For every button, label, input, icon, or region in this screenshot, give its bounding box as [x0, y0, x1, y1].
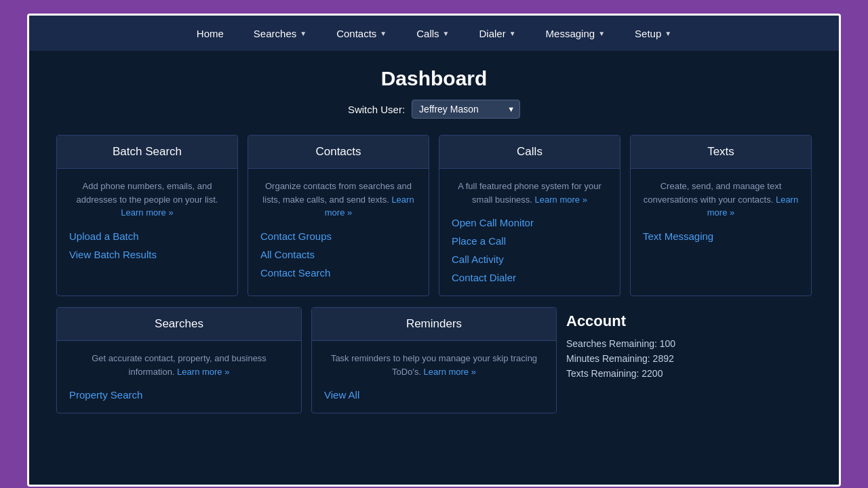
open-call-monitor-link[interactable]: Open Call Monitor — [452, 217, 608, 228]
searches-links: Property Search — [69, 389, 289, 401]
reminders-card-body: Task reminders to help you manage your s… — [312, 341, 556, 413]
batch-search-card: Batch Search Add phone numbers, emails, … — [56, 135, 238, 296]
call-activity-link[interactable]: Call Activity — [452, 253, 608, 265]
switch-user-select[interactable]: Jeffrey Mason — [412, 100, 520, 119]
searches-dropdown-arrow: ▼ — [300, 30, 307, 37]
contacts-card: Contacts Organize contacts from searches… — [248, 135, 429, 296]
reminders-learn-more[interactable]: Learn more » — [424, 367, 476, 377]
account-texts-remaining: Texts Remaining: 2200 — [566, 368, 812, 379]
reminders-card: Reminders Task reminders to help you man… — [311, 307, 557, 413]
nav-home[interactable]: Home — [182, 18, 239, 49]
contacts-card-body: Organize contacts from searches and list… — [248, 169, 429, 291]
calls-card-header: Calls — [439, 136, 620, 169]
nav-setup[interactable]: Setup ▼ — [620, 18, 686, 49]
main-content: Dashboard Switch User: Jeffrey Mason ▼ B… — [29, 51, 839, 485]
reminders-card-header: Reminders — [312, 308, 556, 341]
batch-search-links: Upload a Batch View Batch Results — [69, 230, 225, 260]
contacts-desc: Organize contacts from searches and list… — [260, 180, 416, 220]
texts-card: Texts Create, send, and manage text conv… — [630, 135, 812, 296]
calls-card: Calls A full featured phone system for y… — [439, 135, 620, 296]
contacts-links: Contact Groups All Contacts Contact Sear… — [260, 230, 416, 279]
contacts-dropdown-arrow: ▼ — [380, 30, 387, 37]
account-minutes-remaining: Minutes Remaining: 2892 — [566, 353, 812, 364]
nav-dialer[interactable]: Dialer ▼ — [465, 18, 531, 49]
all-contacts-link[interactable]: All Contacts — [260, 249, 416, 260]
navbar: Home Searches ▼ Contacts ▼ Calls ▼ Diale… — [29, 16, 839, 51]
reminders-links: View All — [324, 389, 544, 401]
app-window: Home Searches ▼ Contacts ▼ Calls ▼ Diale… — [27, 14, 841, 487]
batch-search-learn-more[interactable]: Learn more » — [121, 207, 173, 218]
searches-card: Searches Get accurate contact, property,… — [56, 307, 302, 413]
view-all-reminders-link[interactable]: View All — [324, 389, 544, 401]
switch-user-wrapper: Jeffrey Mason ▼ — [412, 100, 520, 119]
texts-desc: Create, send, and manage text conversati… — [643, 180, 799, 220]
texts-links: Text Messaging — [643, 230, 799, 242]
nav-searches[interactable]: Searches ▼ — [239, 18, 321, 49]
searches-card-body: Get accurate contact, property, and busi… — [57, 341, 301, 413]
contacts-learn-more[interactable]: Learn more » — [325, 195, 414, 218]
property-search-link[interactable]: Property Search — [69, 389, 289, 401]
account-section: Account Searches Remaining: 100 Minutes … — [566, 307, 812, 388]
nav-list: Home Searches ▼ Contacts ▼ Calls ▼ Diale… — [182, 18, 686, 49]
searches-card-header: Searches — [57, 308, 301, 341]
nav-messaging[interactable]: Messaging ▼ — [531, 18, 620, 49]
searches-learn-more[interactable]: Learn more » — [177, 367, 229, 377]
view-batch-results-link[interactable]: View Batch Results — [69, 249, 225, 260]
contact-groups-link[interactable]: Contact Groups — [260, 230, 416, 242]
messaging-dropdown-arrow: ▼ — [598, 30, 605, 37]
nav-contacts[interactable]: Contacts ▼ — [321, 18, 401, 49]
contact-dialer-link[interactable]: Contact Dialer — [452, 272, 608, 283]
upload-batch-link[interactable]: Upload a Batch — [69, 230, 225, 242]
account-title: Account — [566, 312, 812, 330]
contacts-card-header: Contacts — [248, 136, 429, 169]
texts-card-header: Texts — [631, 136, 811, 169]
calls-links: Open Call Monitor Place a Call Call Acti… — [452, 217, 608, 283]
dialer-dropdown-arrow: ▼ — [509, 30, 516, 37]
calls-dropdown-arrow: ▼ — [443, 30, 450, 37]
reminders-desc: Task reminders to help you manage your s… — [324, 352, 544, 378]
calls-learn-more[interactable]: Learn more » — [535, 195, 587, 205]
switch-user-label: Switch User: — [348, 104, 405, 115]
account-searches-remaining: Searches Remaining: 100 — [566, 338, 812, 349]
texts-learn-more[interactable]: Learn more » — [707, 195, 798, 218]
batch-search-card-header: Batch Search — [57, 136, 237, 169]
setup-dropdown-arrow: ▼ — [665, 30, 671, 37]
switch-user-row: Switch User: Jeffrey Mason ▼ — [56, 100, 812, 119]
nav-calls[interactable]: Calls ▼ — [401, 18, 464, 49]
dashboard-title: Dashboard — [56, 67, 812, 90]
top-cards-grid: Batch Search Add phone numbers, emails, … — [56, 135, 812, 296]
calls-card-body: A full featured phone system for your sm… — [439, 169, 620, 296]
batch-search-card-body: Add phone numbers, emails, and addresses… — [57, 169, 237, 272]
texts-card-body: Create, send, and manage text conversati… — [631, 169, 811, 254]
contact-search-link[interactable]: Contact Search — [260, 267, 416, 279]
batch-search-desc: Add phone numbers, emails, and addresses… — [69, 180, 225, 220]
bottom-row: Searches Get accurate contact, property,… — [56, 307, 812, 413]
place-a-call-link[interactable]: Place a Call — [452, 235, 608, 247]
text-messaging-link[interactable]: Text Messaging — [643, 230, 799, 242]
calls-desc: A full featured phone system for your sm… — [452, 180, 608, 206]
searches-desc: Get accurate contact, property, and busi… — [69, 352, 289, 378]
